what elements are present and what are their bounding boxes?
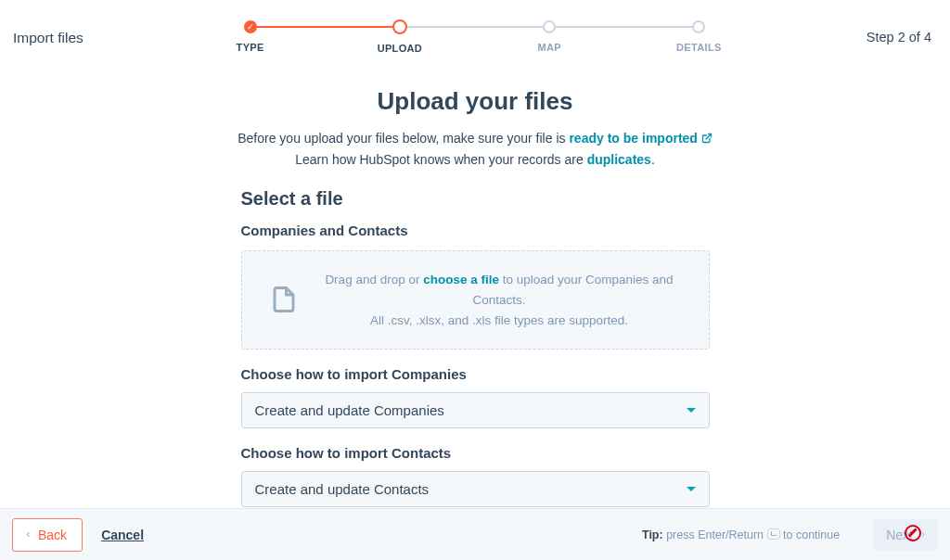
select-value: Create and update Contacts — [255, 481, 430, 497]
step-label: MAP — [537, 42, 560, 53]
step-indicator: Step 2 of 4 — [783, 20, 931, 45]
step-label: DETAILS — [676, 42, 722, 53]
contacts-import-label: Choose how to import Contacts — [241, 445, 710, 461]
file-icon — [270, 283, 300, 318]
choose-file-link[interactable]: choose a file — [423, 273, 499, 286]
cancel-link[interactable]: Cancel — [101, 528, 144, 542]
tip-rest: press Enter/Return — [666, 528, 766, 541]
chevron-down-icon — [687, 408, 696, 413]
select-file-heading: Select a file — [241, 188, 710, 210]
back-button[interactable]: Back — [12, 518, 83, 552]
companies-contacts-subheading: Companies and Contacts — [241, 223, 710, 238]
dot-icon — [692, 20, 705, 33]
duplicates-link[interactable]: duplicates — [587, 152, 651, 167]
return-key-icon — [767, 528, 780, 540]
check-icon: ✓ — [244, 20, 257, 33]
contacts-import-select[interactable]: Create and update Contacts — [241, 471, 710, 507]
not-allowed-icon — [905, 525, 921, 541]
step-type: ✓ TYPE — [175, 20, 325, 53]
stepper: ✓ TYPE UPLOAD MAP DETAILS — [175, 20, 774, 54]
ready-to-import-link[interactable]: ready to be imported — [569, 131, 697, 146]
select-value: Create and update Companies — [255, 402, 444, 418]
page-title: Import files — [13, 20, 166, 46]
tip-text: Tip: press Enter/Return to continue — [642, 528, 840, 541]
dropzone-formats: All .csv, .xlsx, and .xls file types are… — [370, 313, 628, 327]
next-button[interactable]: Next — [873, 519, 938, 551]
chevron-down-icon — [687, 487, 696, 491]
svg-line-0 — [706, 134, 712, 140]
chevron-left-icon — [24, 528, 32, 542]
companies-import-select[interactable]: Create and update Companies — [241, 392, 710, 428]
companies-import-label: Choose how to import Companies — [241, 366, 710, 382]
dot-icon — [543, 20, 556, 33]
dropzone-text-after: to upload your Companies and Contacts. — [472, 273, 673, 307]
step-label: TYPE — [237, 42, 264, 53]
heading: Upload your files — [241, 87, 710, 116]
intro-dot: . — [651, 152, 655, 167]
dropzone-text: Drag and drop or — [325, 273, 423, 286]
footer: Back Cancel Tip: press Enter/Return to c… — [0, 508, 950, 560]
intro-text: Before you upload your files below, make… — [238, 131, 569, 146]
back-button-label: Back — [38, 528, 67, 542]
tip-rest2: to continue — [783, 528, 840, 541]
tip-bold: Tip: — [642, 528, 663, 541]
file-dropzone[interactable]: Drag and drop or choose a file to upload… — [241, 250, 710, 350]
step-label: UPLOAD — [378, 43, 422, 54]
dot-icon — [392, 19, 407, 34]
intro-text-2: Learn how HubSpot knows when your record… — [295, 152, 586, 167]
external-link-icon — [701, 130, 712, 150]
